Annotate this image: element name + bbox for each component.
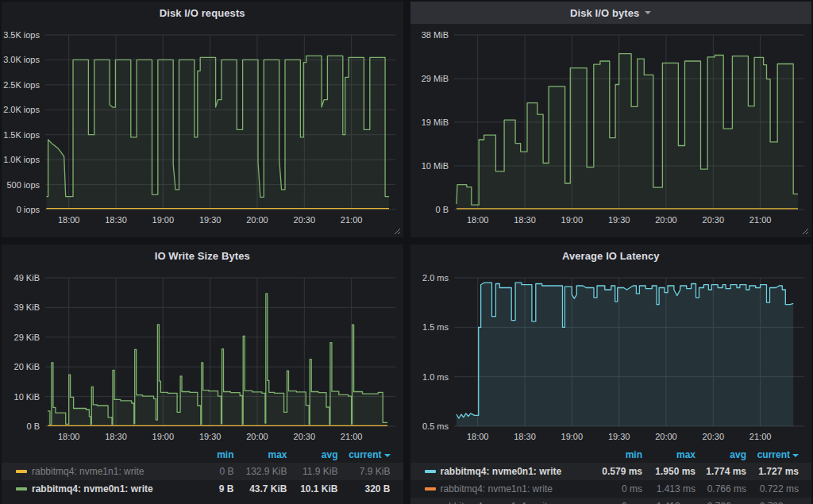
legend-sort-min[interactable]: min	[181, 449, 234, 460]
panel-disk-io-bytes: Disk I/O bytes 0 B10 MiB19 MiB29 MiB38 M…	[410, 2, 812, 237]
y-tick-label: 0 B	[435, 205, 449, 214]
panel-title[interactable]: IO Write Size Bytes	[155, 250, 250, 262]
legend-color-swatch[interactable]	[16, 487, 27, 491]
legend-color-swatch[interactable]	[16, 470, 27, 473]
legend-value: 132.9 KiB	[234, 466, 287, 477]
legend-series-label[interactable]: rabbitmq4: nvme0n1: write	[441, 466, 590, 477]
legend-value: 1.727 ms	[746, 466, 799, 477]
y-tick-label: 20 KiB	[14, 362, 40, 371]
x-tick-label: 20:30	[294, 432, 316, 441]
panel-io-write-size-bytes: IO Write Size Bytes 0 B10 KiB20 KiB29 Ki…	[2, 244, 403, 504]
chart-svg: 0 iops500 iops1.0K iops1.5K iops2.0K iop…	[2, 24, 403, 229]
legend-value: 7.9 KiB	[338, 466, 391, 477]
legend-sort-current[interactable]: current	[338, 449, 391, 460]
legend-row: rabbitmq4: nvme1n1: write0 B132.9 KiB11.…	[2, 463, 403, 480]
chart-svg: 0 B10 KiB20 KiB29 KiB39 KiB49 KiB18:0018…	[2, 267, 403, 445]
panel-resize-handle[interactable]	[394, 228, 401, 235]
legend-row: rabbitmq4: nvme1n1: write0 ms1.413 ms0.7…	[410, 480, 812, 498]
legend-value: 1.950 ms	[642, 466, 695, 477]
y-tick-label: 500 iops	[6, 180, 40, 190]
x-tick-label: 21:00	[749, 215, 771, 225]
panel-header-disk-io-bytes[interactable]: Disk I/O bytes	[410, 2, 812, 24]
legend-table: minmaxavgcurrentrabbitmq4: nvme1n1: writ…	[2, 447, 403, 498]
panel-resize-handle[interactable]	[802, 228, 809, 235]
x-tick-label: 19:00	[152, 432, 175, 441]
legend-series-label[interactable]: rabbitmq4: nvme1n1: write	[441, 483, 590, 494]
legend-row: rabbitmq4: nvme0n1: write0.579 ms1.950 m…	[410, 463, 812, 480]
panel-header-io-write-size-bytes[interactable]: IO Write Size Bytes	[2, 244, 403, 267]
legend-value: 1.413 ms	[642, 483, 695, 494]
y-tick-label: 19 MiB	[421, 117, 448, 127]
legend-sort-avg[interactable]: avg	[287, 449, 338, 460]
y-tick-label: 3.0K iops	[3, 55, 40, 64]
y-tick-label: 10 MiB	[421, 161, 448, 171]
y-tick-label: 1.5K iops	[3, 130, 40, 140]
legend-sort-current[interactable]: current	[746, 449, 799, 460]
x-tick-label: 21:00	[341, 432, 363, 441]
x-tick-label: 21:00	[749, 432, 771, 441]
x-tick-label: 20:30	[294, 215, 316, 225]
legend-sort-max[interactable]: max	[642, 449, 695, 460]
x-tick-label: 20:00	[655, 215, 677, 225]
legend-value: 0.722 ms	[746, 483, 799, 494]
legend-series-label[interactable]: rabbitmq4: nvme1n1: write	[441, 501, 590, 504]
y-tick-label: 1.5 ms	[422, 322, 449, 332]
y-tick-label: 39 KiB	[14, 302, 40, 312]
x-tick-label: 19:30	[199, 215, 222, 225]
sort-caret-icon	[792, 454, 799, 457]
panel-header-disk-io-requests[interactable]: Disk I/O requests	[2, 2, 403, 24]
panel-title[interactable]: Average IO Latency	[562, 250, 660, 262]
legend-sort-max[interactable]: max	[234, 449, 287, 460]
dropdown-caret-icon	[645, 11, 651, 14]
y-tick-label: 0 iops	[17, 205, 40, 214]
legend-value: 0.766 ms	[695, 483, 746, 494]
legend-series-label[interactable]: rabbitmq4: nvme1n1: write	[32, 466, 181, 477]
x-tick-label: 19:00	[561, 432, 583, 441]
legend-series-label[interactable]: rabbitmq4: nvme0n1: write	[32, 483, 181, 494]
dashboard-grid: Disk I/O requests 0 iops500 iops1.0K iop…	[0, 0, 813, 504]
panel-title[interactable]: Disk I/O requests	[160, 7, 245, 19]
legend-value: 1.774 ms	[695, 466, 746, 477]
chart-svg: 0.5 ms1.0 ms1.5 ms2.0 ms18:0018:3019:001…	[410, 267, 812, 445]
x-tick-label: 20:00	[246, 215, 268, 225]
legend-color-swatch[interactable]	[425, 487, 436, 491]
chart-canvas-average-io-latency[interactable]: 0.5 ms1.0 ms1.5 ms2.0 ms18:0018:3019:001…	[410, 267, 812, 445]
chart-canvas-disk-io-bytes[interactable]: 0 B10 MiB19 MiB29 MiB38 MiB18:0018:3019:…	[410, 24, 812, 229]
y-tick-label: 10 KiB	[14, 392, 40, 402]
chart-canvas-disk-io-requests[interactable]: 0 iops500 iops1.0K iops1.5K iops2.0K iop…	[2, 24, 403, 229]
legend-header-row: minmaxavgcurrent	[410, 447, 812, 463]
legend-value: 9 B	[181, 483, 234, 494]
y-tick-label: 1.0 ms	[422, 372, 449, 382]
legend-sort-min[interactable]: min	[589, 449, 642, 460]
x-tick-label: 20:30	[702, 215, 724, 225]
x-tick-label: 18:00	[58, 215, 80, 225]
y-tick-label: 1.0K iops	[3, 155, 40, 164]
y-tick-label: 2.0 ms	[422, 273, 449, 283]
y-tick-label: 0.5 ms	[422, 421, 449, 431]
y-tick-label: 38 MiB	[421, 30, 448, 40]
x-tick-label: 19:00	[561, 215, 583, 225]
series-fill	[457, 54, 798, 210]
x-tick-label: 18:30	[514, 215, 536, 225]
x-tick-label: 18:00	[466, 432, 488, 441]
legend-header-row: minmaxavgcurrent	[2, 447, 403, 463]
panel-disk-io-requests: Disk I/O requests 0 iops500 iops1.0K iop…	[2, 2, 403, 237]
x-tick-label: 18:00	[466, 215, 488, 225]
x-tick-label: 20:30	[702, 432, 724, 441]
x-tick-label: 19:00	[152, 215, 175, 225]
legend-row: rabbitmq4: nvme0n1: write9 B43.7 KiB10.1…	[2, 480, 403, 498]
panel-average-io-latency: Average IO Latency 0.5 ms1.0 ms1.5 ms2.0…	[410, 244, 812, 504]
chart-svg: 0 B10 MiB19 MiB29 MiB38 MiB18:0018:3019:…	[410, 24, 812, 229]
y-tick-label: 0 B	[26, 421, 40, 431]
legend-value: 1.413 ms	[642, 501, 695, 504]
legend-color-swatch[interactable]	[425, 470, 436, 473]
legend-value: 0.722 ms	[746, 501, 799, 504]
x-tick-label: 18:30	[514, 432, 536, 441]
chart-canvas-io-write-size-bytes[interactable]: 0 B10 KiB20 KiB29 KiB39 KiB49 KiB18:0018…	[2, 267, 403, 445]
panel-title[interactable]: Disk I/O bytes	[570, 7, 639, 19]
y-tick-label: 29 KiB	[14, 333, 40, 342]
series-fill	[457, 283, 793, 426]
legend-sort-avg[interactable]: avg	[695, 449, 746, 460]
legend-value: 320 B	[338, 483, 391, 494]
panel-header-average-io-latency[interactable]: Average IO Latency	[410, 244, 812, 267]
